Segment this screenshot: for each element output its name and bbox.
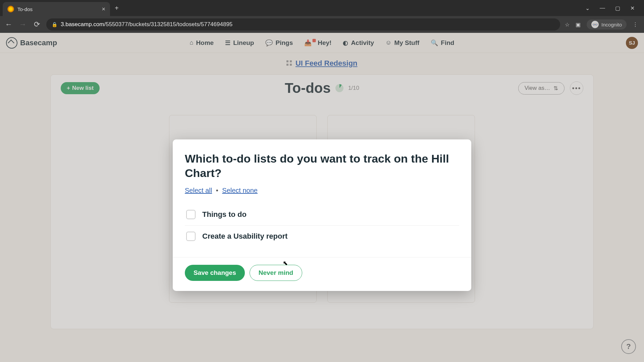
save-button[interactable]: Save changes <box>185 265 245 281</box>
app: Basecamp ⌂Home ☰Lineup 💬Pings 📥Hey! ◐Act… <box>0 33 644 362</box>
hill-chart-modal: Which to-do lists do you want to track o… <box>173 139 471 291</box>
separator: • <box>216 187 218 194</box>
checklist: Things to do Create a Usability report <box>185 204 459 247</box>
incognito-badge[interactable]: 👓 Incognito <box>587 19 627 29</box>
divider <box>173 257 471 257</box>
modal-heading: Which to-do lists do you want to track o… <box>185 152 459 180</box>
url-text: 3.basecamp.com/5550377/buckets/31325815/… <box>61 21 232 28</box>
close-icon[interactable]: × <box>102 6 105 13</box>
forward-button[interactable]: → <box>18 20 28 29</box>
browser-chrome: To-dos × + ⌄ — ▢ ✕ ← → ⟳ 🔒 3.basecamp.co… <box>0 0 644 33</box>
window-controls: ⌄ — ▢ ✕ <box>585 5 641 11</box>
reload-button[interactable]: ⟳ <box>32 20 42 29</box>
incognito-label: Incognito <box>601 22 622 27</box>
address-bar: ← → ⟳ 🔒 3.basecamp.com/5550377/buckets/3… <box>0 16 644 33</box>
chevron-down-icon[interactable]: ⌄ <box>585 5 590 11</box>
tab-title: To-dos <box>17 6 98 12</box>
kebab-menu-icon[interactable]: ⋮ <box>633 21 638 28</box>
maximize-icon[interactable]: ▢ <box>615 5 620 11</box>
close-window-icon[interactable]: ✕ <box>630 5 635 11</box>
select-links: Select all • Select none <box>185 187 459 194</box>
select-none-link[interactable]: Select none <box>222 187 258 194</box>
browser-tab[interactable]: To-dos × <box>3 2 110 16</box>
new-tab-button[interactable]: + <box>115 4 119 12</box>
favicon-icon <box>7 6 14 12</box>
help-button[interactable]: ? <box>621 339 636 354</box>
select-all-link[interactable]: Select all <box>185 187 212 194</box>
checklist-item[interactable]: Create a Usability report <box>185 225 459 247</box>
back-button[interactable]: ← <box>4 20 13 29</box>
tab-bar: To-dos × + ⌄ — ▢ ✕ <box>0 0 644 16</box>
url-input[interactable]: 🔒 3.basecamp.com/5550377/buckets/3132581… <box>46 18 560 31</box>
checklist-label: Create a Usability report <box>202 232 287 241</box>
checkbox[interactable] <box>186 210 196 219</box>
checklist-item[interactable]: Things to do <box>185 204 459 225</box>
minimize-icon[interactable]: — <box>600 5 605 11</box>
star-icon[interactable]: ☆ <box>565 21 570 28</box>
checklist-label: Things to do <box>202 210 247 219</box>
lock-icon: 🔒 <box>52 22 57 27</box>
cancel-button[interactable]: Never mind <box>250 265 302 281</box>
incognito-icon: 👓 <box>591 21 599 28</box>
extensions-icon[interactable]: ▣ <box>576 21 581 28</box>
modal-actions: Save changes Never mind <box>185 265 459 281</box>
checkbox[interactable] <box>186 232 196 241</box>
